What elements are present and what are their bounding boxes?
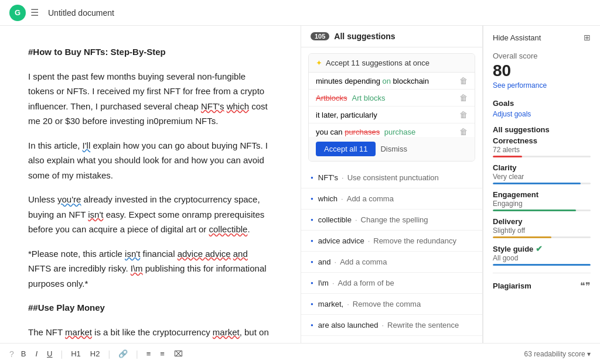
suggestion-word: I\m <box>318 279 329 287</box>
italic-button[interactable]: I <box>33 348 40 359</box>
suggestion-word: collectible <box>318 215 352 224</box>
unordered-list-button[interactable]: ≡ <box>158 348 167 359</box>
editor-paragraph2: In this article, I'll explain how you ca… <box>28 138 272 183</box>
editor-paragraph1: I spent the past few months buying sever… <box>28 69 272 129</box>
suggestion-item[interactable]: ● everyday · Replace the word <box>301 336 482 343</box>
delete-suggestion-4[interactable]: 🗑 <box>459 127 468 136</box>
bullet-icon: ● <box>311 280 313 286</box>
suggestion-word: market, <box>318 300 343 308</box>
error-which: which <box>227 101 249 111</box>
suggestion-word: advice advice <box>318 236 364 245</box>
metric-bar <box>493 236 591 238</box>
suggestion-item[interactable]: ● collectible · Change the spelling <box>301 210 482 231</box>
clear-format-button[interactable]: ⌧ <box>172 348 185 359</box>
suggestion-dot: · <box>355 215 357 224</box>
hide-assistant-row: Hide Assistant ⊞ <box>493 33 591 42</box>
bullet-icon: ● <box>311 259 313 265</box>
accept-rows: minutes depending on blockchain 🗑 Artblo… <box>309 73 475 137</box>
editor-area[interactable]: #How to Buy NFTs: Step-By-Step I spent t… <box>0 26 301 343</box>
editor-content: #How to Buy NFTs: Step-By-Step I spent t… <box>28 44 272 343</box>
overall-score-section: Overall score 80 See performance <box>493 51 591 90</box>
metric-sub: 72 alerts <box>493 146 591 154</box>
accept-row-4-text: you can purchases purchase <box>316 128 415 136</box>
metric-name: Clarity <box>493 163 591 172</box>
suggestion-dot: · <box>347 300 349 308</box>
link-button[interactable]: 🔗 <box>116 348 130 359</box>
h1-button[interactable]: H1 <box>69 348 83 359</box>
metric-item: Correctness 72 alerts <box>493 136 591 157</box>
suggestion-item[interactable]: ● and · Add a comma <box>301 252 482 273</box>
help-icon[interactable]: ? <box>9 349 14 359</box>
error-market: market <box>65 327 92 337</box>
suggestion-dot: · <box>332 279 335 287</box>
delete-suggestion-3[interactable]: 🗑 <box>459 110 468 119</box>
badge-count: 105 <box>311 32 329 40</box>
suggestion-desc: Remove the comma <box>353 300 421 308</box>
accept-row-2-replacement: Art blocks <box>352 94 385 102</box>
accept-all-button[interactable]: Accept all 11 <box>316 142 376 156</box>
error-nfts: NFT's <box>201 101 224 111</box>
metric-item: Clarity Very clear <box>493 163 591 184</box>
suggestion-item[interactable]: ● which · Add a comma <box>301 188 482 210</box>
h2-button[interactable]: H2 <box>88 348 103 359</box>
delete-suggestion-2[interactable]: 🗑 <box>459 93 468 102</box>
bullet-icon: ● <box>311 301 313 307</box>
bottom-toolbar: ? B I U | H1 H2 | 🔗 | ≡ ≡ ⌧ 63 readabili… <box>0 343 600 364</box>
editor-paragraph3: Unless you're already invested in the cr… <box>28 192 272 237</box>
accept-row-3-text: it later, particularly <box>316 111 377 119</box>
hide-assistant-label: Hide Assistant <box>493 33 541 42</box>
suggestion-desc: Add a form of be <box>338 279 394 287</box>
metric-fill <box>493 156 522 157</box>
suggestion-desc: Remove the redundancy <box>373 236 456 245</box>
suggestion-item[interactable]: ● are also launched · Rewrite the senten… <box>301 315 482 336</box>
metric-name: Correctness <box>493 136 591 145</box>
editor-heading2: ##Use Play Money <box>28 300 272 315</box>
readability-score: 63 readability score ▾ <box>524 350 591 358</box>
score-row: 80 <box>493 61 591 80</box>
metric-fill <box>493 264 591 266</box>
underline-button[interactable]: U <box>45 348 54 359</box>
menu-icon[interactable]: ☰ <box>30 7 39 18</box>
all-suggestions-label[interactable]: All suggestions <box>493 125 591 134</box>
suggestions-title: All suggestions <box>334 32 395 41</box>
metric-item: Delivery Slightly off <box>493 217 591 238</box>
suggestion-item[interactable]: ● market, · Remove the comma <box>301 294 482 315</box>
suggestion-word: NFT's <box>318 173 338 182</box>
suggestion-dot: · <box>341 194 343 203</box>
metric-name: Delivery <box>493 217 591 226</box>
purchase-replacement: purchase <box>384 128 415 136</box>
suggestion-desc: Rewrite the sentence <box>387 321 459 329</box>
goals-label: Goals <box>493 99 591 108</box>
metric-sub: Slightly off <box>493 226 591 235</box>
right-panel: Hide Assistant ⊞ Overall score 80 See pe… <box>483 26 600 343</box>
main-layout: #How to Buy NFTs: Step-By-Step I spent t… <box>0 26 600 343</box>
metric-sub: Engaging <box>493 200 591 208</box>
grid-icon[interactable]: ⊞ <box>584 33 591 42</box>
suggestion-item[interactable]: ● NFT's · Use consistent punctuation <box>301 167 482 188</box>
dismiss-button[interactable]: Dismiss <box>380 145 407 153</box>
error-advice: advice advice <box>178 249 231 259</box>
accept-row-1-text: minutes depending on blockchain <box>316 77 429 85</box>
bullet-icon: ● <box>311 322 313 328</box>
ordered-list-button[interactable]: ≡ <box>144 348 154 359</box>
suggestion-list: ● NFT's · Use consistent punctuation ● w… <box>301 167 482 343</box>
quote-icon[interactable]: ❝❞ <box>580 280 591 291</box>
accept-footer: Accept all 11 Dismiss <box>309 137 475 161</box>
adjust-goals-link[interactable]: Adjust goals <box>493 110 591 118</box>
metric-name: Style guide ✔ <box>493 244 591 253</box>
sep2: | <box>108 349 110 359</box>
see-performance-link[interactable]: See performance <box>493 81 591 90</box>
suggestion-item[interactable]: ● I\m · Add a form of be <box>301 273 482 294</box>
bold-button[interactable]: B <box>19 348 29 359</box>
delete-suggestion-1[interactable]: 🗑 <box>459 76 468 85</box>
accept-row-4: you can purchases purchase 🗑 <box>309 123 475 137</box>
bullet-icon: ● <box>311 175 313 180</box>
editor-paragraph4: *Please note, this article isn't financi… <box>28 246 272 291</box>
metrics-container: Correctness 72 alerts Clarity Very clear… <box>493 136 591 266</box>
metric-sub: Very clear <box>493 173 591 181</box>
suggestion-word: which <box>318 194 338 203</box>
suggestion-item[interactable]: ● advice advice · Remove the redundancy <box>301 231 482 252</box>
bullet-icon: ● <box>311 217 313 222</box>
sep3: | <box>136 349 138 359</box>
metric-bar <box>493 156 591 157</box>
